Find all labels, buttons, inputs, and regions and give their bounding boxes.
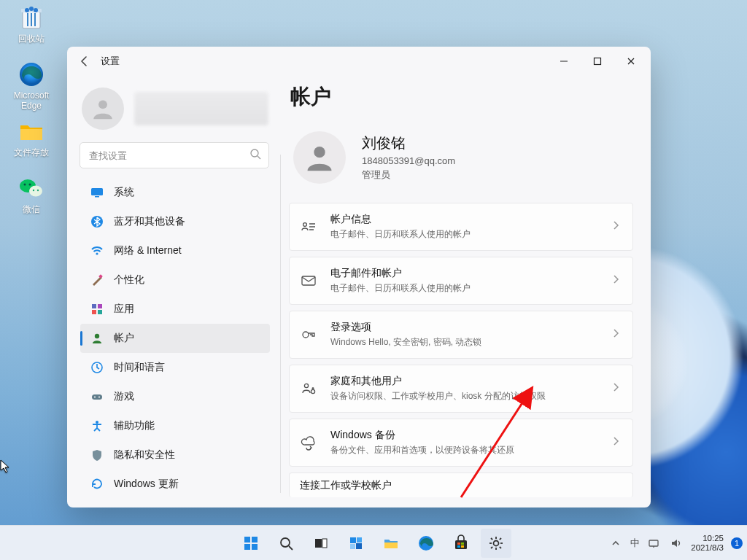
family-icon bbox=[300, 381, 317, 397]
window-title: 设置 bbox=[101, 55, 120, 68]
titlebar: 设置 bbox=[67, 47, 651, 76]
folder-icon bbox=[17, 117, 46, 146]
account-name: 刘俊铭 bbox=[362, 133, 455, 153]
card-subtitle: 电子邮件、日历和联系人使用的帐户 bbox=[330, 282, 611, 295]
nav-user-row[interactable] bbox=[77, 83, 273, 140]
key-icon bbox=[300, 327, 317, 343]
search-icon bbox=[249, 148, 261, 163]
svg-rect-32 bbox=[302, 276, 315, 285]
maximize-button[interactable] bbox=[581, 50, 614, 73]
chevron-right-icon bbox=[611, 436, 621, 449]
settings-window: 设置 bbox=[67, 47, 651, 508]
nav-item-label: 应用 bbox=[114, 303, 134, 316]
update-icon bbox=[90, 478, 104, 491]
card-backup[interactable]: Windows 备份备份文件、应用和首选项，以便跨设备将其还原 bbox=[289, 419, 633, 467]
nav-item-update[interactable]: Windows 更新 bbox=[80, 470, 270, 499]
svg-point-7 bbox=[29, 186, 42, 197]
svg-point-53 bbox=[494, 540, 499, 545]
task-view-button[interactable] bbox=[306, 529, 336, 558]
mail-icon bbox=[300, 273, 317, 289]
nav-item-gaming[interactable]: 游戏 bbox=[80, 382, 270, 411]
id-card-icon bbox=[300, 219, 317, 235]
nav-item-label: 隐私和安全性 bbox=[114, 448, 175, 462]
account-meta: 刘俊铭 1848053391@qq.com 管理员 bbox=[362, 133, 455, 182]
tray-overflow[interactable] bbox=[608, 536, 623, 551]
nav-item-accessibility[interactable]: 辅助功能 bbox=[80, 411, 270, 440]
nav-item-time-language[interactable]: 时间和语言 bbox=[80, 353, 270, 382]
search-input[interactable] bbox=[80, 143, 268, 168]
chevron-right-icon bbox=[611, 382, 621, 395]
svg-point-40 bbox=[281, 538, 290, 547]
taskbar-explorer[interactable] bbox=[376, 529, 406, 558]
card-signin-options[interactable]: 登录选项Windows Hello, 安全密钥, 密码, 动态锁 bbox=[289, 311, 633, 359]
svg-rect-51 bbox=[457, 545, 460, 548]
card-work-school[interactable]: 连接工作或学校帐户 bbox=[289, 472, 633, 497]
svg-rect-45 bbox=[350, 544, 355, 549]
close-button[interactable] bbox=[614, 50, 648, 73]
svg-rect-22 bbox=[92, 310, 96, 314]
svg-point-30 bbox=[314, 147, 325, 158]
nav-item-label: 系统 bbox=[114, 186, 134, 199]
notification-badge[interactable]: 1 bbox=[731, 537, 743, 549]
main-content: 帐户 刘俊铭 1848053391@qq.com 管理员 bbox=[279, 76, 651, 508]
ime-indicator[interactable]: 中 bbox=[630, 536, 640, 551]
svg-rect-39 bbox=[252, 544, 258, 550]
card-title: 连接工作或学校帐户 bbox=[300, 479, 621, 492]
mouse-cursor bbox=[0, 459, 13, 472]
card-account-info[interactable]: 帐户信息电子邮件、日历和联系人使用的帐户 bbox=[289, 203, 633, 251]
card-subtitle: Windows Hello, 安全密钥, 密码, 动态锁 bbox=[330, 336, 611, 349]
desktop-icon-recycle-bin[interactable]: 回收站 bbox=[4, 3, 58, 55]
nav-item-privacy[interactable]: 隐私和安全性 bbox=[80, 440, 270, 470]
desktop-icon-edge[interactable]: Microsoft Edge bbox=[4, 60, 58, 112]
account-avatar[interactable] bbox=[293, 131, 346, 184]
taskbar-search[interactable] bbox=[271, 529, 301, 558]
clock-globe-icon bbox=[90, 361, 104, 374]
back-button[interactable] bbox=[74, 51, 95, 71]
svg-rect-36 bbox=[244, 537, 250, 542]
minimize-button[interactable] bbox=[547, 50, 581, 73]
shield-icon bbox=[90, 448, 104, 462]
svg-rect-23 bbox=[98, 310, 102, 314]
account-role: 管理员 bbox=[362, 168, 455, 182]
apps-icon bbox=[90, 303, 104, 316]
nav-item-label: 时间和语言 bbox=[114, 361, 165, 374]
desktop-icon-label: 微信 bbox=[23, 204, 40, 214]
svg-point-28 bbox=[98, 397, 100, 398]
nav-item-personalize[interactable]: 个性化 bbox=[80, 265, 270, 295]
tray-clock[interactable]: 10:25 2021/8/3 bbox=[691, 534, 724, 553]
svg-rect-42 bbox=[322, 539, 327, 548]
search-wrap bbox=[80, 143, 268, 168]
account-header: 刘俊铭 1848053391@qq.com 管理员 bbox=[287, 124, 635, 203]
taskbar-settings[interactable] bbox=[481, 529, 511, 558]
svg-point-9 bbox=[29, 184, 31, 186]
taskbar-center bbox=[236, 529, 511, 558]
nav-item-bluetooth[interactable]: 蓝牙和其他设备 bbox=[80, 207, 270, 236]
nav-item-network[interactable]: 网络 & Internet bbox=[80, 236, 270, 265]
cloud-sync-icon bbox=[300, 435, 317, 451]
taskbar-edge[interactable] bbox=[411, 529, 441, 558]
scrollbar-track[interactable] bbox=[280, 155, 281, 493]
volume-tray-icon[interactable] bbox=[669, 536, 684, 551]
gamepad-icon bbox=[90, 390, 104, 403]
card-email-accounts[interactable]: 电子邮件和帐户电子邮件、日历和联系人使用的帐户 bbox=[289, 257, 633, 305]
desktop-icon-folder[interactable]: 文件存放 bbox=[4, 117, 58, 169]
start-button[interactable] bbox=[236, 529, 266, 558]
card-title: 家庭和其他用户 bbox=[330, 375, 611, 388]
card-title: 登录选项 bbox=[330, 321, 611, 334]
chevron-right-icon bbox=[611, 328, 621, 341]
network-tray-icon[interactable] bbox=[647, 536, 662, 551]
svg-rect-43 bbox=[350, 537, 356, 543]
svg-point-33 bbox=[303, 332, 309, 338]
desktop-icons: 回收站 Microsoft Edge 文件存放 微信 bbox=[4, 3, 58, 230]
taskbar-store[interactable] bbox=[446, 529, 476, 558]
widgets-button[interactable] bbox=[341, 529, 371, 558]
nav-item-accounts[interactable]: 帐户 bbox=[80, 324, 270, 353]
card-family[interactable]: 家庭和其他用户设备访问权限、工作或学校用户、kiosk 分配的访问权限 bbox=[289, 365, 633, 413]
nav-item-apps[interactable]: 应用 bbox=[80, 295, 270, 324]
bluetooth-icon bbox=[90, 215, 104, 228]
svg-point-10 bbox=[33, 190, 34, 191]
desktop-icon-wechat[interactable]: 微信 bbox=[4, 174, 58, 226]
nav-item-label: 个性化 bbox=[114, 273, 144, 287]
nav-item-label: 游戏 bbox=[114, 390, 134, 403]
nav-item-system[interactable]: 系统 bbox=[80, 178, 270, 207]
